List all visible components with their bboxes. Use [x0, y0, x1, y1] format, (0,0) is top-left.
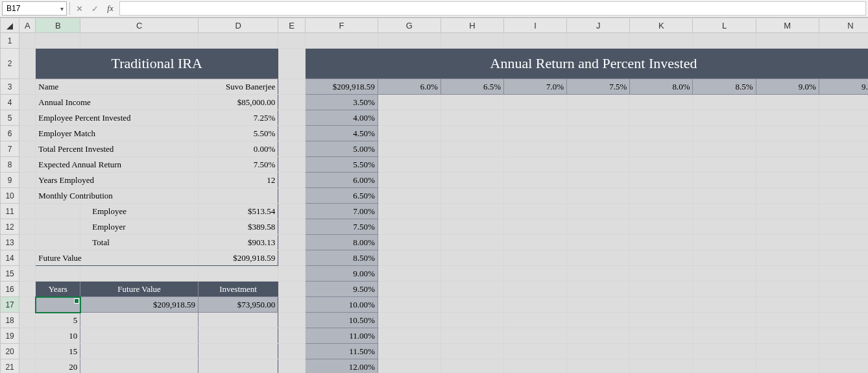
cell-F10[interactable]: 6.50%	[306, 188, 378, 204]
cell-L10[interactable]	[693, 188, 756, 204]
col-head-H[interactable]: H	[440, 18, 503, 33]
cell-C17[interactable]: $209,918.59	[80, 297, 199, 313]
cell-I14[interactable]	[504, 250, 567, 266]
cell-B20[interactable]: 15	[36, 344, 80, 359]
cell-I16[interactable]	[504, 282, 567, 297]
cell-F3[interactable]: $209,918.59	[306, 79, 378, 95]
spreadsheet-grid[interactable]: ◢ A B C D E F G H I J K L M N 1	[0, 18, 868, 373]
cell-M19[interactable]	[756, 328, 819, 344]
cell-N8[interactable]	[819, 157, 868, 173]
cell-N15[interactable]	[819, 266, 868, 282]
cell-C16[interactable]: Future Value	[80, 282, 199, 297]
cell-E7[interactable]	[278, 141, 306, 157]
cell-K1[interactable]	[630, 33, 693, 49]
cell-F13[interactable]: 8.00%	[306, 235, 378, 250]
row-head-3[interactable]: 3	[1, 79, 19, 95]
cell-L15[interactable]	[693, 266, 756, 282]
cell-G7[interactable]	[378, 141, 440, 157]
cell-E17[interactable]	[278, 297, 306, 313]
cell-C1[interactable]	[80, 33, 199, 49]
cell-I7[interactable]	[504, 141, 567, 157]
cell-F20[interactable]: 11.50%	[306, 344, 378, 359]
cell-I9[interactable]	[504, 173, 567, 188]
col-head-N[interactable]: N	[819, 18, 868, 33]
cell-K11[interactable]	[630, 204, 693, 219]
col-head-A[interactable]: A	[19, 18, 36, 33]
cell-B13[interactable]	[36, 235, 80, 250]
cell-N17[interactable]	[819, 297, 868, 313]
cell-C21[interactable]	[80, 359, 199, 374]
cell-J13[interactable]	[567, 235, 630, 250]
cell-N7[interactable]	[819, 141, 868, 157]
cell-B5[interactable]: Employee Percent Invested	[36, 110, 199, 126]
cell-C19[interactable]	[80, 328, 199, 344]
row-head-8[interactable]: 8	[1, 157, 19, 173]
cell-A21[interactable]	[19, 359, 36, 374]
cell-D18[interactable]	[198, 313, 278, 328]
row-head-5[interactable]: 5	[1, 110, 19, 126]
cell-H10[interactable]	[440, 188, 503, 204]
cell-M8[interactable]	[756, 157, 819, 173]
cell-B10[interactable]: Monthly Contribution	[36, 188, 199, 204]
formula-input[interactable]	[119, 1, 866, 16]
cell-E13[interactable]	[278, 235, 306, 250]
cell-G13[interactable]	[378, 235, 440, 250]
cell-E2[interactable]	[278, 49, 306, 79]
cell-B11[interactable]	[36, 204, 80, 219]
col-head-E[interactable]: E	[278, 18, 306, 33]
cell-J5[interactable]	[567, 110, 630, 126]
cell-A5[interactable]	[19, 110, 36, 126]
cell-N5[interactable]	[819, 110, 868, 126]
cell-J9[interactable]	[567, 173, 630, 188]
cell-I12[interactable]	[504, 219, 567, 235]
cell-F8[interactable]: 5.50%	[306, 157, 378, 173]
cell-C12[interactable]: Employer	[80, 219, 199, 235]
cell-K3[interactable]: 8.0%	[630, 79, 693, 95]
cell-N1[interactable]	[819, 33, 868, 49]
cell-L13[interactable]	[693, 235, 756, 250]
cell-D3[interactable]: Suvo Banerjee	[198, 79, 278, 95]
cell-A14[interactable]	[19, 250, 36, 266]
cell-I20[interactable]	[504, 344, 567, 359]
col-head-L[interactable]: L	[693, 18, 756, 33]
cell-B16[interactable]: Years	[36, 282, 80, 297]
cell-M16[interactable]	[756, 282, 819, 297]
cell-M9[interactable]	[756, 173, 819, 188]
cell-D10[interactable]	[198, 188, 278, 204]
cell-H16[interactable]	[440, 282, 503, 297]
cell-D8[interactable]: 7.50%	[198, 157, 278, 173]
cell-M12[interactable]	[756, 219, 819, 235]
cell-A4[interactable]	[19, 95, 36, 110]
cell-L18[interactable]	[693, 313, 756, 328]
cell-M3[interactable]: 9.0%	[756, 79, 819, 95]
cell-I19[interactable]	[504, 328, 567, 344]
fill-handle[interactable]	[74, 298, 79, 304]
cell-J6[interactable]	[567, 126, 630, 141]
cell-C20[interactable]	[80, 344, 199, 359]
cell-A7[interactable]	[19, 141, 36, 157]
cell-J21[interactable]	[567, 359, 630, 374]
cell-G21[interactable]	[378, 359, 440, 374]
cell-F15[interactable]: 9.00%	[306, 266, 378, 282]
cell-J18[interactable]	[567, 313, 630, 328]
cell-F7[interactable]: 5.00%	[306, 141, 378, 157]
cell-K12[interactable]	[630, 219, 693, 235]
cell-H13[interactable]	[440, 235, 503, 250]
cell-E12[interactable]	[278, 219, 306, 235]
cell-K16[interactable]	[630, 282, 693, 297]
cell-A15[interactable]	[19, 266, 36, 282]
col-head-I[interactable]: I	[504, 18, 567, 33]
cell-L6[interactable]	[693, 126, 756, 141]
cell-M4[interactable]	[756, 95, 819, 110]
cell-D1[interactable]	[198, 33, 278, 49]
cell-G1[interactable]	[378, 33, 440, 49]
cell-G10[interactable]	[378, 188, 440, 204]
cell-H5[interactable]	[440, 110, 503, 126]
cell-F17[interactable]: 10.00%	[306, 297, 378, 313]
cell-N4[interactable]	[819, 95, 868, 110]
cell-B9[interactable]: Years Employed	[36, 173, 199, 188]
col-head-K[interactable]: K	[630, 18, 693, 33]
cell-E21[interactable]	[278, 359, 306, 374]
cell-N11[interactable]	[819, 204, 868, 219]
cell-D4[interactable]: $85,000.00	[198, 95, 278, 110]
